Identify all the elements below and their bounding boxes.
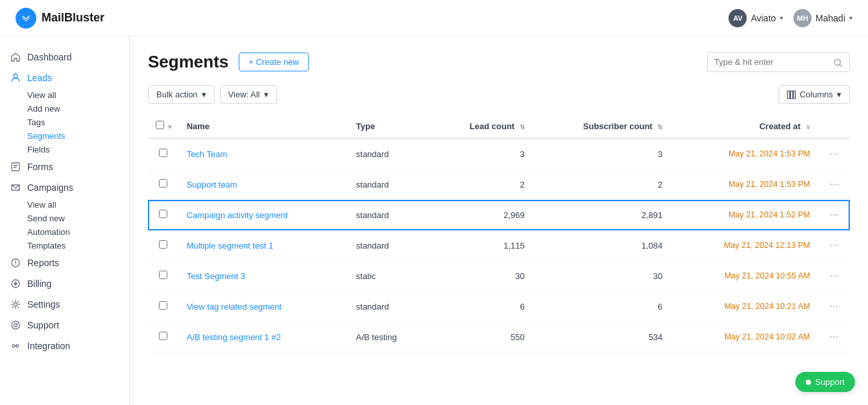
row-created-at-1: May 21, 2024 1:53 PM xyxy=(670,138,817,169)
user-aviato[interactable]: AV Aviato ▾ xyxy=(729,9,783,27)
row-name-2[interactable]: Support team xyxy=(179,169,348,200)
expand-arrow-icon: ▾ xyxy=(168,123,171,130)
sidebar-sub-segments[interactable]: Segments xyxy=(0,129,129,143)
svg-point-0 xyxy=(20,12,32,24)
search-icon[interactable] xyxy=(834,56,843,67)
row-more-button-4[interactable]: ··· xyxy=(826,238,842,252)
sidebar-sub-sendnew[interactable]: Send new xyxy=(0,212,129,225)
sidebar-sub-templates[interactable]: Templates xyxy=(0,239,129,252)
row-name-3[interactable]: Campaign activity segment xyxy=(179,200,348,230)
row-actions-4[interactable]: ··· xyxy=(818,230,850,261)
sidebar-sub-tags[interactable]: Tags xyxy=(0,116,129,129)
sidebar-item-settings[interactable]: Settings xyxy=(0,294,129,315)
row-checkbox-4[interactable] xyxy=(148,230,179,261)
row-actions-7[interactable]: ··· xyxy=(818,322,850,352)
columns-icon xyxy=(787,90,796,99)
bulk-action-button[interactable]: Bulk action ▾ xyxy=(148,85,215,104)
row-actions-1[interactable]: ··· xyxy=(818,138,850,169)
sidebar: Dashboard Leads View all Add new Tags Se… xyxy=(0,36,130,405)
page-title-row: Segments + Create new xyxy=(148,52,309,72)
sidebar-item-support[interactable]: Support xyxy=(0,315,129,336)
row-name-1[interactable]: Tech Team xyxy=(179,138,348,169)
support-float-button[interactable]: Support xyxy=(795,372,855,392)
checkbox-7[interactable] xyxy=(159,332,167,340)
segment-link-7[interactable]: A/B testing segment 1 #2 xyxy=(187,332,281,342)
reports-icon xyxy=(10,258,21,268)
sidebar-item-forms[interactable]: Forms xyxy=(0,156,129,177)
checkbox-3[interactable] xyxy=(159,210,167,218)
row-created-at-4: May 21, 2024 12:13 PM xyxy=(670,230,817,261)
row-more-button-2[interactable]: ··· xyxy=(826,177,842,191)
support-dot-icon xyxy=(806,380,811,385)
sidebar-item-reports[interactable]: Reports xyxy=(0,252,129,273)
checkbox-2[interactable] xyxy=(159,179,167,188)
row-more-button-5[interactable]: ··· xyxy=(826,269,842,283)
sidebar-item-billing[interactable]: Billing xyxy=(0,273,129,294)
table-header-row: ▾ Name Type Lead count ⇅ S xyxy=(148,114,850,138)
row-more-button-7[interactable]: ··· xyxy=(826,330,842,344)
row-type-7: A/B testing xyxy=(348,322,430,352)
sort-subscriber-count-icon: ⇅ xyxy=(657,123,662,130)
create-new-button[interactable]: + Create new xyxy=(239,53,309,71)
row-type-3: standard xyxy=(348,200,430,230)
row-name-5[interactable]: Test Segment 3 xyxy=(179,261,348,291)
view-filter-button[interactable]: View: All ▾ xyxy=(220,85,277,104)
select-all-checkbox[interactable] xyxy=(156,121,164,129)
brand-logo[interactable]: MailBluster xyxy=(16,8,104,29)
row-actions-6[interactable]: ··· xyxy=(818,291,850,322)
row-checkbox-7[interactable] xyxy=(148,322,179,352)
row-checkbox-2[interactable] xyxy=(148,169,179,200)
segments-table-wrapper: ▾ Name Type Lead count ⇅ S xyxy=(148,114,850,352)
header-lead-count[interactable]: Lead count ⇅ xyxy=(430,114,533,138)
checkbox-1[interactable] xyxy=(159,149,167,157)
row-more-button-6[interactable]: ··· xyxy=(826,299,842,313)
sidebar-item-integration[interactable]: Integration xyxy=(0,336,129,356)
svg-rect-2 xyxy=(12,163,19,171)
row-checkbox-6[interactable] xyxy=(148,291,179,322)
sidebar-item-leads[interactable]: Leads xyxy=(0,68,129,88)
segment-link-6[interactable]: View tag related segment xyxy=(187,302,282,312)
table-row: Tech Team standard 3 3 May 21, 2024 1:53… xyxy=(148,138,850,169)
row-actions-2[interactable]: ··· xyxy=(818,169,850,200)
row-actions-3[interactable]: ··· xyxy=(818,200,850,230)
chevron-down-icon: ▾ xyxy=(780,14,783,21)
row-more-button-1[interactable]: ··· xyxy=(826,147,842,161)
segment-link-1[interactable]: Tech Team xyxy=(187,149,228,159)
sidebar-sub-viewall[interactable]: View all xyxy=(0,88,129,102)
sidebar-item-dashboard[interactable]: Dashboard xyxy=(0,47,129,68)
sort-lead-count-icon: ⇅ xyxy=(520,123,525,130)
svg-point-7 xyxy=(12,321,19,329)
header-created-at[interactable]: Created at ∨ xyxy=(670,114,817,138)
checkbox-6[interactable] xyxy=(159,301,167,310)
search-input[interactable] xyxy=(714,57,828,67)
sidebar-sub-addnew[interactable]: Add new xyxy=(0,102,129,116)
segment-link-4[interactable]: Multiple segment test 1 xyxy=(187,241,274,251)
avatar-aviato: AV xyxy=(729,9,747,27)
sidebar-item-campaigns[interactable]: Campaigns xyxy=(0,177,129,198)
row-name-7[interactable]: A/B testing segment 1 #2 xyxy=(179,322,348,352)
columns-button[interactable]: Columns ▾ xyxy=(778,85,850,104)
row-checkbox-3[interactable] xyxy=(148,200,179,230)
user-mahadi-name: Mahadi xyxy=(815,13,845,23)
sidebar-sub-viewall-c[interactable]: View all xyxy=(0,198,129,212)
sort-created-at-icon: ∨ xyxy=(806,123,810,130)
page-title: Segments xyxy=(148,52,228,72)
sidebar-sub-automation[interactable]: Automation xyxy=(0,225,129,239)
checkbox-4[interactable] xyxy=(159,240,167,249)
row-name-4[interactable]: Multiple segment test 1 xyxy=(179,230,348,261)
segment-link-2[interactable]: Support team xyxy=(187,180,237,190)
row-name-6[interactable]: View tag related segment xyxy=(179,291,348,322)
segment-link-3[interactable]: Campaign activity segment xyxy=(187,210,288,220)
row-actions-5[interactable]: ··· xyxy=(818,261,850,291)
row-checkbox-5[interactable] xyxy=(148,261,179,291)
row-more-button-3[interactable]: ··· xyxy=(826,208,842,222)
row-checkbox-1[interactable] xyxy=(148,138,179,169)
segment-link-5[interactable]: Test Segment 3 xyxy=(187,271,245,281)
sidebar-sub-fields[interactable]: Fields xyxy=(0,143,129,156)
checkbox-5[interactable] xyxy=(159,271,167,279)
header-subscriber-count[interactable]: Subscriber count ⇅ xyxy=(533,114,671,138)
avatar-mahadi: MH xyxy=(793,9,812,27)
row-type-2: standard xyxy=(348,169,430,200)
user-mahadi[interactable]: MH Mahadi ▾ xyxy=(793,9,852,27)
navbar-right: AV Aviato ▾ MH Mahadi ▾ xyxy=(729,9,852,27)
